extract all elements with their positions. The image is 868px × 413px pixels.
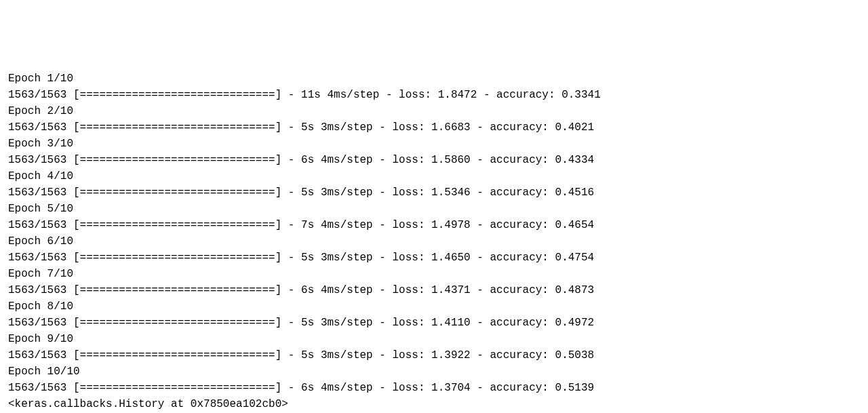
epoch-progress: 1563/1563 [=============================…: [8, 119, 860, 136]
return-value: <keras.callbacks.History at 0x7850ea102c…: [8, 396, 860, 412]
epoch-header: Epoch 7/10: [8, 266, 860, 282]
epoch-progress: 1563/1563 [=============================…: [8, 347, 860, 363]
epoch-progress: 1563/1563 [=============================…: [8, 250, 860, 266]
epoch-header: Epoch 5/10: [8, 201, 860, 217]
epoch-progress: 1563/1563 [=============================…: [8, 282, 860, 298]
epoch-progress: 1563/1563 [=============================…: [8, 315, 860, 331]
epoch-progress: 1563/1563 [=============================…: [8, 380, 860, 396]
epoch-header: Epoch 1/10: [8, 71, 860, 87]
epoch-progress: 1563/1563 [=============================…: [8, 184, 860, 201]
epoch-progress: 1563/1563 [=============================…: [8, 152, 860, 168]
epoch-header: Epoch 9/10: [8, 331, 860, 347]
epoch-progress: 1563/1563 [=============================…: [8, 217, 860, 233]
epoch-header: Epoch 10/10: [8, 363, 860, 380]
epoch-header: Epoch 3/10: [8, 136, 860, 152]
epoch-header: Epoch 8/10: [8, 298, 860, 315]
training-output: Epoch 1/101563/1563 [===================…: [8, 71, 860, 412]
epoch-header: Epoch 6/10: [8, 233, 860, 250]
epoch-header: Epoch 4/10: [8, 168, 860, 184]
epoch-header: Epoch 2/10: [8, 103, 860, 119]
epoch-progress: 1563/1563 [=============================…: [8, 87, 860, 103]
